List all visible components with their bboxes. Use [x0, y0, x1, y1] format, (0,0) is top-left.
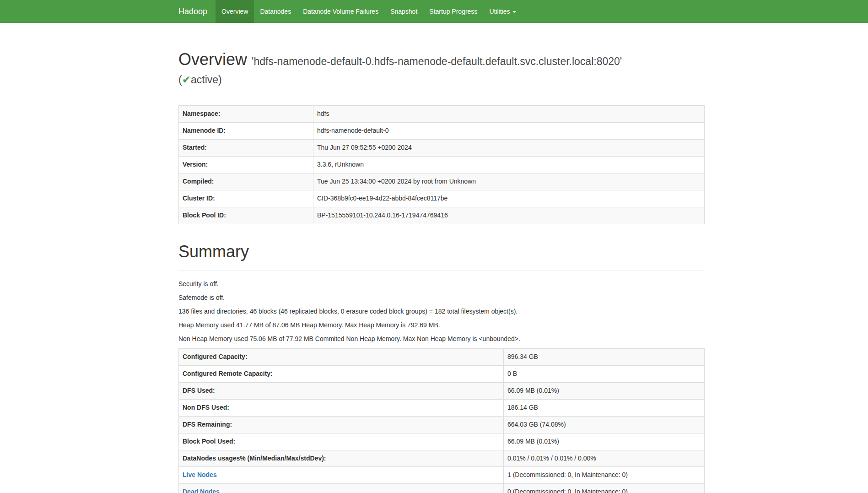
table-row: Block Pool Used: 66.09 MB (0.01%): [179, 433, 705, 450]
nav-item-utilities[interactable]: Utilities: [483, 0, 522, 23]
table-row: Block Pool ID: BP-1515559101-10.244.0.16…: [179, 207, 705, 224]
summary-text: Security is off. Safemode is off. 136 fi…: [178, 280, 705, 344]
table-row: Live Nodes 1 (Decommissioned: 0, In Main…: [179, 467, 705, 484]
row-value: 1 (Decommissioned: 0, In Maintenance: 0): [504, 467, 705, 484]
row-value: 0 (Decommissioned: 0, In Maintenance: 0): [504, 484, 705, 493]
namenode-status: (✔active): [178, 74, 222, 86]
table-row: DFS Used: 66.09 MB (0.01%): [179, 382, 705, 399]
row-label: DataNodes usages% (Min/Median/Max/stdDev…: [179, 450, 504, 467]
navbar-inner: Hadoop Overview Datanodes Datanode Volum…: [178, 0, 868, 23]
overview-table: Namespace: hdfs Namenode ID: hdfs-nameno…: [178, 105, 705, 224]
divider: [178, 270, 705, 271]
table-row: Dead Nodes 0 (Decommissioned: 0, In Main…: [179, 484, 705, 493]
nav-item-datanode-volume-failures[interactable]: Datanode Volume Failures: [297, 0, 384, 23]
row-value: 66.09 MB (0.01%): [504, 433, 705, 450]
row-label: Live Nodes: [179, 467, 504, 484]
divider: [178, 96, 705, 96]
row-label: Block Pool Used:: [179, 433, 504, 450]
row-value: 896.34 GB: [504, 348, 705, 365]
table-row: DFS Remaining: 664.03 GB (74.08%): [179, 416, 705, 433]
row-value: 186.14 GB: [504, 399, 705, 416]
nav-item-label: Utilities: [489, 8, 510, 15]
row-value: hdfs-namenode-default-0: [313, 123, 705, 140]
row-value: 3.3.6, rUnknown: [313, 157, 705, 173]
nav-item-label: Overview: [221, 8, 248, 15]
row-label: Namenode ID:: [179, 123, 313, 140]
row-label: Cluster ID:: [179, 190, 313, 207]
nav-item-label: Datanodes: [260, 8, 291, 15]
row-label: Started:: [179, 140, 313, 157]
row-value: hdfs: [313, 106, 705, 123]
row-value: Tue Jun 25 13:34:00 +0200 2024 by root f…: [313, 173, 705, 190]
non-heap-memory-text: Non Heap Memory used 75.06 MB of 77.92 M…: [178, 335, 705, 344]
main-nav: Overview Datanodes Datanode Volume Failu…: [216, 0, 522, 23]
nav-item-label: Startup Progress: [429, 8, 477, 15]
row-value: BP-1515559101-10.244.0.16-1719474769416: [313, 207, 705, 224]
main-content: Overview 'hdfs-namenode-default-0.hdfs-n…: [178, 50, 705, 493]
nav-item-label: Datanode Volume Failures: [303, 8, 378, 15]
row-label: Non DFS Used:: [179, 399, 504, 416]
row-value: 0.01% / 0.01% / 0.01% / 0.00%: [504, 450, 705, 467]
row-label: DFS Remaining:: [179, 416, 504, 433]
nav-item-datanodes[interactable]: Datanodes: [254, 0, 297, 23]
row-label: Configured Remote Capacity:: [179, 365, 504, 382]
safemode-status-text: Safemode is off.: [178, 293, 705, 303]
summary-table: Configured Capacity: 896.34 GB Configure…: [178, 348, 705, 493]
heap-memory-text: Heap Memory used 41.77 MB of 87.06 MB He…: [178, 321, 705, 330]
live-nodes-link[interactable]: Live Nodes: [183, 471, 217, 478]
nav-item-startup-progress[interactable]: Startup Progress: [423, 0, 483, 23]
table-row: Cluster ID: CID-368b9fc0-ee19-4d22-abbd-…: [179, 190, 705, 207]
status-label: active): [191, 74, 222, 86]
table-row: Started: Thu Jun 27 09:52:55 +0200 2024: [179, 140, 705, 157]
row-value: 664.03 GB (74.08%): [504, 416, 705, 433]
top-navbar: Hadoop Overview Datanodes Datanode Volum…: [0, 0, 868, 23]
row-label: Namespace:: [179, 106, 313, 123]
summary-title: Summary: [178, 243, 705, 261]
row-value: 0 B: [504, 365, 705, 382]
table-row: Version: 3.3.6, rUnknown: [179, 157, 705, 173]
namenode-endpoint: 'hdfs-namenode-default-0.hdfs-namenode-d…: [252, 55, 622, 67]
chevron-down-icon: [512, 11, 516, 13]
row-label: DFS Used:: [179, 382, 504, 399]
table-row: DataNodes usages% (Min/Median/Max/stdDev…: [179, 450, 705, 467]
row-label: Dead Nodes: [179, 484, 504, 493]
table-row: Namespace: hdfs: [179, 106, 705, 123]
row-value: CID-368b9fc0-ee19-4d22-abbd-84fcec8117be: [313, 190, 705, 207]
table-row: Configured Remote Capacity: 0 B: [179, 365, 705, 382]
nav-item-overview[interactable]: Overview: [216, 0, 254, 23]
table-row: Non DFS Used: 186.14 GB: [179, 399, 705, 416]
row-value: Thu Jun 27 09:52:55 +0200 2024: [313, 140, 705, 157]
status-open-paren: (: [178, 74, 182, 86]
nav-item-snapshot[interactable]: Snapshot: [384, 0, 423, 23]
page-title-text: Overview: [178, 50, 247, 69]
dead-nodes-link[interactable]: Dead Nodes: [183, 488, 220, 493]
table-row: Namenode ID: hdfs-namenode-default-0: [179, 123, 705, 140]
table-row: Compiled: Tue Jun 25 13:34:00 +0200 2024…: [179, 173, 705, 190]
brand-hadoop[interactable]: Hadoop: [178, 0, 216, 23]
row-value: 66.09 MB (0.01%): [504, 382, 705, 399]
row-label: Configured Capacity:: [179, 348, 504, 365]
row-label: Compiled:: [179, 173, 313, 190]
row-label: Block Pool ID:: [179, 207, 313, 224]
table-row: Configured Capacity: 896.34 GB: [179, 348, 705, 365]
active-check-icon: ✔: [182, 74, 191, 86]
page-title: Overview 'hdfs-namenode-default-0.hdfs-n…: [178, 50, 705, 87]
nav-item-label: Snapshot: [390, 8, 417, 15]
row-label: Version:: [179, 157, 313, 173]
filesystem-objects-text: 136 files and directories, 46 blocks (46…: [178, 307, 705, 316]
security-status-text: Security is off.: [178, 280, 705, 289]
